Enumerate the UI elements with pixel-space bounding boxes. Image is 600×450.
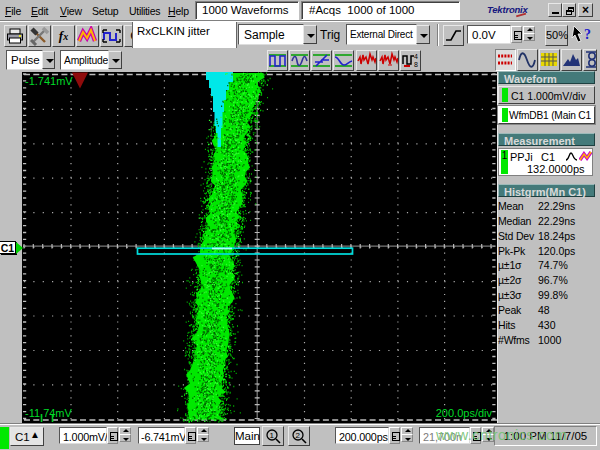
svg-text:2: 2 [296, 431, 301, 440]
svg-text:-1.741mV: -1.741mV [25, 75, 73, 87]
svg-text:8: 8 [414, 61, 418, 68]
svg-text:200.0ps/div: 200.0ps/div [436, 407, 493, 419]
svg-text:?: ? [584, 27, 591, 42]
svg-text:4: 4 [414, 53, 418, 60]
svg-text:-11.74mV: -11.74mV [25, 407, 73, 419]
svg-text:1: 1 [270, 431, 275, 440]
